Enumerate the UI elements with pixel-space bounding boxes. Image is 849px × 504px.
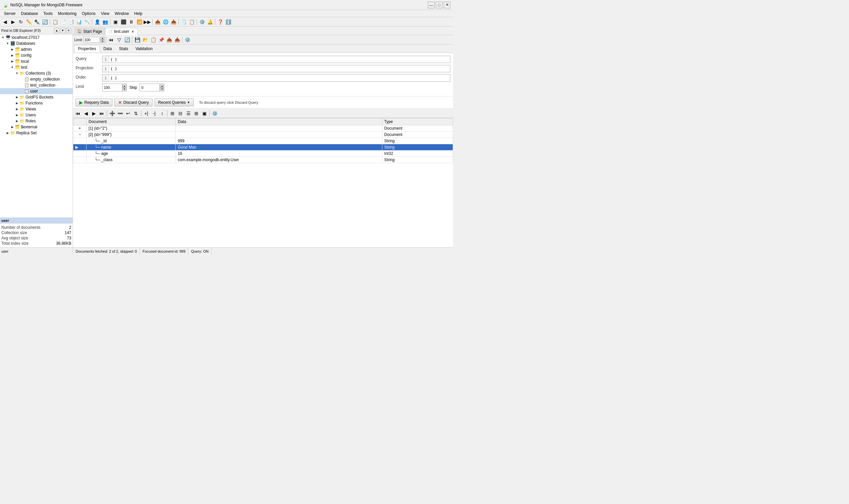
find-close-button[interactable]: ✕: [66, 28, 71, 33]
toolbar-btn-16[interactable]: ⏸: [128, 18, 135, 25]
tree-node-config[interactable]: ▶ 🗂️ config: [0, 52, 73, 58]
toolbar-btn-27[interactable]: ℹ️: [224, 18, 232, 25]
data-remove-btn[interactable]: ➖: [116, 110, 124, 117]
query-value[interactable]: { }: [109, 56, 450, 63]
tree-node-databases[interactable]: ▼ 🗄️ Databases: [0, 40, 73, 47]
toolbar-btn-1[interactable]: ◀: [1, 18, 8, 25]
toolbar-btn-15[interactable]: ⬛: [120, 18, 127, 25]
data-field-add-btn[interactable]: +|: [143, 110, 150, 117]
tree-node-functions[interactable]: ▶ 📁 Functions: [0, 100, 73, 106]
limit-up-btn[interactable]: ▲: [122, 85, 126, 88]
toolbar-btn-14[interactable]: ▣: [112, 18, 119, 25]
toolbar-btn-23[interactable]: 📋: [188, 18, 195, 25]
data-undo-btn[interactable]: ↩: [124, 110, 132, 117]
expand-icon-views[interactable]: ▶: [15, 107, 19, 111]
menu-database[interactable]: Database: [18, 11, 40, 17]
header-data[interactable]: Data: [176, 119, 382, 125]
child-name-field[interactable]: └─ name: [87, 144, 176, 150]
menu-view[interactable]: View: [98, 11, 112, 17]
data-prev-btn[interactable]: ◀: [82, 110, 90, 117]
toolbar-btn-22[interactable]: 🗒️: [180, 18, 187, 25]
menu-help[interactable]: Help: [132, 11, 145, 17]
toolbar-btn-13[interactable]: 👥: [102, 18, 109, 25]
row1-expand-cell[interactable]: +: [73, 125, 87, 132]
order-editor[interactable]: 1 { }: [102, 74, 450, 82]
toolbar-btn-7[interactable]: 📋: [51, 18, 59, 25]
data-text-btn[interactable]: ▣: [201, 110, 208, 117]
header-document[interactable]: Document: [87, 119, 176, 125]
toolbar-btn-21[interactable]: 📥: [170, 18, 177, 25]
child-name-type[interactable]: String: [382, 144, 453, 150]
query-copy-btn[interactable]: 📋: [149, 36, 157, 43]
discard-button[interactable]: ✕ Discard Query: [114, 98, 152, 106]
query-filter-btn[interactable]: ▽: [115, 36, 123, 43]
tree-node-users[interactable]: ▶ 📁 Users: [0, 112, 73, 118]
expand-icon-external[interactable]: ▶: [10, 125, 15, 129]
tab-close-button[interactable]: ✕: [131, 30, 134, 34]
requery-button[interactable]: ▶ Requery Data: [76, 98, 112, 106]
tree-node-test[interactable]: ▼ 🗂️ test: [0, 64, 73, 70]
toolbar-btn-4[interactable]: ✏️: [25, 18, 33, 25]
data-grid-btn[interactable]: ⊞: [169, 110, 176, 117]
maximize-button[interactable]: □: [436, 2, 442, 8]
data-next-btn[interactable]: ▶: [90, 110, 97, 117]
toolbar-btn-24[interactable]: ⚙️: [198, 18, 205, 25]
toolbar-btn-26[interactable]: ❓: [217, 18, 224, 25]
tree-node-local[interactable]: ▶ 🗂️ local: [0, 58, 73, 64]
expand-icon-config[interactable]: ▶: [10, 54, 15, 57]
query-export2-btn[interactable]: 📥: [174, 36, 181, 43]
find-down-button[interactable]: ▼: [60, 28, 65, 33]
menu-monitoring[interactable]: Monitoring: [55, 11, 79, 17]
tab-stats[interactable]: Stats: [115, 45, 132, 52]
minimize-button[interactable]: —: [428, 2, 434, 8]
expand-icon-collections[interactable]: ▼: [15, 72, 19, 75]
tree-node-replicaset[interactable]: ▶ 📁 Replica Set: [0, 130, 73, 136]
data-add-btn[interactable]: ➕: [108, 110, 116, 117]
toolbar-btn-3[interactable]: ↻: [17, 18, 24, 25]
menu-options[interactable]: Options: [79, 11, 98, 17]
data-expand-btn[interactable]: ↕: [159, 110, 166, 117]
toolbar-btn-9[interactable]: 📑: [67, 18, 75, 25]
skip-value-input[interactable]: [140, 84, 160, 91]
tree-node-views[interactable]: ▶ 📁 Views: [0, 106, 73, 112]
data-row-btn[interactable]: ☰: [185, 110, 192, 117]
expand-icon-row1[interactable]: +: [78, 126, 81, 131]
limit-value-input[interactable]: [103, 84, 122, 91]
data-last-btn[interactable]: ⏭: [98, 110, 106, 117]
query-save-btn[interactable]: 💾: [134, 36, 141, 43]
query-settings-btn[interactable]: ⚙️: [184, 36, 191, 43]
limit-down-btn[interactable]: ▼: [122, 88, 126, 91]
projection-value[interactable]: { }: [109, 65, 450, 72]
data-first-btn[interactable]: ⏮: [74, 110, 82, 117]
query-refresh-btn[interactable]: 🔄: [123, 36, 131, 43]
header-type[interactable]: Type: [382, 119, 453, 125]
tree-node-admin[interactable]: ▶ 🗂️ admin: [0, 47, 73, 52]
toolbar-btn-12[interactable]: 👤: [93, 18, 101, 25]
toolbar-btn-10[interactable]: 📊: [75, 18, 83, 25]
query-export-btn[interactable]: 📤: [165, 36, 173, 43]
toolbar-btn-20[interactable]: 🌐: [162, 18, 169, 25]
query-editor[interactable]: 1 { }: [102, 56, 450, 63]
skip-down-btn[interactable]: ▼: [160, 88, 164, 91]
data-table-btn[interactable]: ⊞: [193, 110, 200, 117]
tab-properties[interactable]: Properties: [74, 45, 100, 52]
expand-icon-databases[interactable]: ▼: [5, 42, 10, 45]
toolbar-btn-5[interactable]: ✒️: [33, 18, 40, 25]
skip-up-btn[interactable]: ▲: [160, 85, 164, 88]
toolbar-btn-19[interactable]: 📤: [154, 18, 161, 25]
toolbar-btn-6[interactable]: 🔄: [41, 18, 49, 25]
expand-icon-functions[interactable]: ▶: [15, 102, 19, 105]
toolbar-btn-17[interactable]: 📶: [136, 18, 143, 25]
toolbar-btn-18[interactable]: ▶▶: [144, 18, 151, 25]
toolbar-btn-8[interactable]: 📄: [59, 18, 67, 25]
expand-icon-admin[interactable]: ▶: [10, 48, 15, 51]
order-value[interactable]: { }: [109, 75, 450, 81]
recent-queries-button[interactable]: Recent Queries ▼: [155, 98, 194, 106]
data-field-rem-btn[interactable]: -|: [150, 110, 158, 117]
limit-spin-up[interactable]: ▲: [101, 37, 105, 40]
expand-icon-local[interactable]: ▶: [10, 60, 15, 63]
tree-node-user[interactable]: 📋 user: [0, 88, 73, 94]
tab-start-page[interactable]: 🏠 Start Page: [74, 28, 105, 35]
tree-node-collections[interactable]: ▼ 📁 Collections (3): [0, 70, 73, 76]
row2-expand-cell[interactable]: −: [73, 132, 87, 138]
